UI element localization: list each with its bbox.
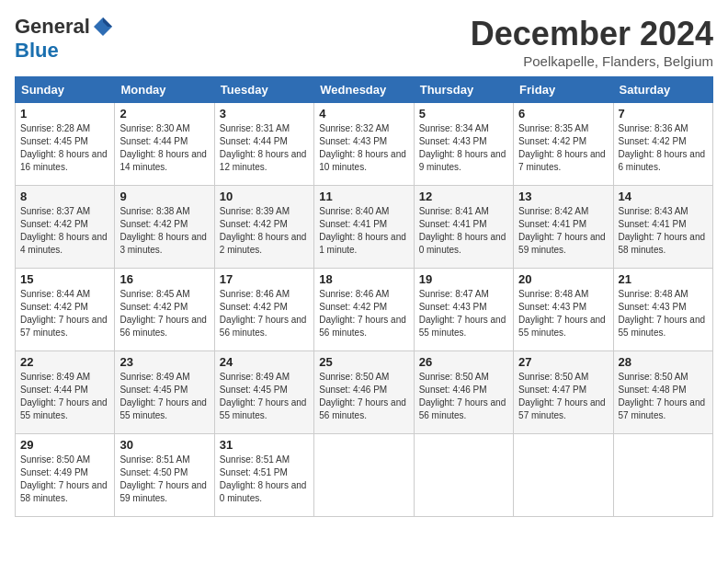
- day-number: 21: [619, 272, 708, 286]
- day-number: 3: [220, 107, 309, 121]
- day-number: 19: [419, 272, 508, 286]
- day-number: 11: [319, 190, 408, 203]
- day-info: Sunrise: 8:36 AMSunset: 4:42 PMDaylight:…: [619, 122, 708, 174]
- title-section: December 2024 Poelkapelle, Flanders, Bel…: [471, 15, 713, 69]
- calendar-cell: [613, 434, 712, 517]
- day-number: 14: [619, 190, 708, 203]
- day-number: 1: [20, 107, 109, 121]
- day-info: Sunrise: 8:35 AMSunset: 4:42 PMDaylight:…: [518, 122, 608, 174]
- calendar-cell: 7Sunrise: 8:36 AMSunset: 4:42 PMDaylight…: [613, 103, 712, 186]
- day-number: 26: [419, 355, 508, 369]
- day-info: Sunrise: 8:39 AMSunset: 4:42 PMDaylight:…: [220, 205, 309, 257]
- calendar-cell: 1Sunrise: 8:28 AMSunset: 4:45 PMDaylight…: [16, 103, 115, 186]
- calendar-cell: 8Sunrise: 8:37 AMSunset: 4:42 PMDaylight…: [16, 186, 115, 269]
- day-number: 22: [20, 355, 109, 369]
- day-number: 4: [319, 107, 408, 121]
- day-info: Sunrise: 8:44 AMSunset: 4:42 PMDaylight:…: [20, 288, 109, 339]
- day-info: Sunrise: 8:45 AMSunset: 4:42 PMDaylight:…: [119, 288, 209, 339]
- calendar-week-4: 22Sunrise: 8:49 AMSunset: 4:44 PMDayligh…: [16, 351, 713, 434]
- day-info: Sunrise: 8:48 AMSunset: 4:43 PMDaylight:…: [619, 288, 708, 339]
- calendar-cell: 23Sunrise: 8:49 AMSunset: 4:45 PMDayligh…: [115, 351, 214, 434]
- day-info: Sunrise: 8:50 AMSunset: 4:47 PMDaylight:…: [518, 371, 608, 422]
- calendar-cell: [414, 434, 513, 517]
- calendar-cell: 27Sunrise: 8:50 AMSunset: 4:47 PMDayligh…: [514, 351, 613, 434]
- day-info: Sunrise: 8:38 AMSunset: 4:42 PMDaylight:…: [119, 205, 209, 257]
- day-number: 6: [518, 107, 608, 121]
- calendar-cell: 24Sunrise: 8:49 AMSunset: 4:45 PMDayligh…: [214, 351, 313, 434]
- calendar-header-row: SundayMondayTuesdayWednesdayThursdayFrid…: [16, 77, 713, 103]
- weekday-header-tuesday: Tuesday: [214, 77, 313, 103]
- calendar-body: 1Sunrise: 8:28 AMSunset: 4:45 PMDaylight…: [16, 103, 713, 517]
- day-info: Sunrise: 8:47 AMSunset: 4:43 PMDaylight:…: [419, 288, 508, 339]
- day-info: Sunrise: 8:28 AMSunset: 4:45 PMDaylight:…: [20, 122, 109, 174]
- day-info: Sunrise: 8:49 AMSunset: 4:44 PMDaylight:…: [20, 371, 109, 422]
- calendar-cell: 17Sunrise: 8:46 AMSunset: 4:42 PMDayligh…: [214, 269, 313, 351]
- day-number: 2: [119, 107, 209, 121]
- calendar-cell: 5Sunrise: 8:34 AMSunset: 4:43 PMDaylight…: [414, 103, 513, 186]
- day-info: Sunrise: 8:51 AMSunset: 4:51 PMDaylight:…: [220, 454, 309, 505]
- calendar-week-5: 29Sunrise: 8:50 AMSunset: 4:49 PMDayligh…: [16, 434, 713, 517]
- logo: General Blue: [15, 15, 114, 63]
- weekday-header-wednesday: Wednesday: [314, 77, 414, 103]
- day-number: 28: [619, 355, 708, 369]
- calendar-cell: [314, 434, 414, 517]
- day-info: Sunrise: 8:49 AMSunset: 4:45 PMDaylight:…: [119, 371, 209, 422]
- calendar-cell: 25Sunrise: 8:50 AMSunset: 4:46 PMDayligh…: [314, 351, 414, 434]
- calendar-cell: 28Sunrise: 8:50 AMSunset: 4:48 PMDayligh…: [613, 351, 712, 434]
- calendar-cell: 19Sunrise: 8:47 AMSunset: 4:43 PMDayligh…: [414, 269, 513, 351]
- calendar-cell: 6Sunrise: 8:35 AMSunset: 4:42 PMDaylight…: [514, 103, 613, 186]
- logo-icon: [92, 16, 114, 38]
- calendar-cell: 29Sunrise: 8:50 AMSunset: 4:49 PMDayligh…: [16, 434, 115, 517]
- calendar-cell: 4Sunrise: 8:32 AMSunset: 4:43 PMDaylight…: [314, 103, 414, 186]
- day-number: 13: [518, 190, 608, 203]
- month-title: December 2024: [471, 15, 713, 53]
- calendar-cell: 26Sunrise: 8:50 AMSunset: 4:46 PMDayligh…: [414, 351, 513, 434]
- day-number: 29: [20, 438, 109, 452]
- day-number: 16: [119, 272, 209, 286]
- day-info: Sunrise: 8:50 AMSunset: 4:46 PMDaylight:…: [319, 371, 408, 422]
- day-number: 5: [419, 107, 508, 121]
- calendar-cell: 9Sunrise: 8:38 AMSunset: 4:42 PMDaylight…: [115, 186, 214, 269]
- day-number: 8: [20, 190, 109, 203]
- day-number: 12: [419, 190, 508, 203]
- logo-general-text: General: [15, 15, 90, 39]
- day-info: Sunrise: 8:37 AMSunset: 4:42 PMDaylight:…: [20, 205, 109, 257]
- day-info: Sunrise: 8:50 AMSunset: 4:46 PMDaylight:…: [419, 371, 508, 422]
- calendar-cell: [514, 434, 613, 517]
- day-number: 10: [220, 190, 309, 203]
- calendar-cell: 21Sunrise: 8:48 AMSunset: 4:43 PMDayligh…: [613, 269, 712, 351]
- day-number: 9: [119, 190, 209, 203]
- day-number: 23: [119, 355, 209, 369]
- day-info: Sunrise: 8:34 AMSunset: 4:43 PMDaylight:…: [419, 122, 508, 174]
- calendar-cell: 13Sunrise: 8:42 AMSunset: 4:41 PMDayligh…: [514, 186, 613, 269]
- day-info: Sunrise: 8:42 AMSunset: 4:41 PMDaylight:…: [518, 205, 608, 257]
- calendar-cell: 15Sunrise: 8:44 AMSunset: 4:42 PMDayligh…: [16, 269, 115, 351]
- calendar-week-1: 1Sunrise: 8:28 AMSunset: 4:45 PMDaylight…: [16, 103, 713, 186]
- day-info: Sunrise: 8:48 AMSunset: 4:43 PMDaylight:…: [518, 288, 608, 339]
- day-info: Sunrise: 8:41 AMSunset: 4:41 PMDaylight:…: [419, 205, 508, 257]
- page-header: General Blue December 2024 Poelkapelle, …: [15, 15, 713, 69]
- day-info: Sunrise: 8:40 AMSunset: 4:41 PMDaylight:…: [319, 205, 408, 257]
- weekday-header-saturday: Saturday: [613, 77, 712, 103]
- day-number: 20: [518, 272, 608, 286]
- weekday-header-monday: Monday: [115, 77, 214, 103]
- day-info: Sunrise: 8:31 AMSunset: 4:44 PMDaylight:…: [220, 122, 309, 174]
- day-info: Sunrise: 8:32 AMSunset: 4:43 PMDaylight:…: [319, 122, 408, 174]
- day-info: Sunrise: 8:50 AMSunset: 4:48 PMDaylight:…: [619, 371, 708, 422]
- day-info: Sunrise: 8:51 AMSunset: 4:50 PMDaylight:…: [119, 454, 209, 505]
- logo-blue-text: Blue: [15, 39, 59, 63]
- day-info: Sunrise: 8:43 AMSunset: 4:41 PMDaylight:…: [619, 205, 708, 257]
- calendar-cell: 16Sunrise: 8:45 AMSunset: 4:42 PMDayligh…: [115, 269, 214, 351]
- calendar-cell: 10Sunrise: 8:39 AMSunset: 4:42 PMDayligh…: [214, 186, 313, 269]
- location: Poelkapelle, Flanders, Belgium: [471, 53, 713, 69]
- day-number: 15: [20, 272, 109, 286]
- calendar-cell: 14Sunrise: 8:43 AMSunset: 4:41 PMDayligh…: [613, 186, 712, 269]
- day-number: 27: [518, 355, 608, 369]
- day-number: 31: [220, 438, 309, 452]
- day-number: 30: [119, 438, 209, 452]
- calendar-table: SundayMondayTuesdayWednesdayThursdayFrid…: [15, 76, 713, 517]
- day-number: 17: [220, 272, 309, 286]
- day-info: Sunrise: 8:46 AMSunset: 4:42 PMDaylight:…: [220, 288, 309, 339]
- weekday-header-friday: Friday: [514, 77, 613, 103]
- day-number: 18: [319, 272, 408, 286]
